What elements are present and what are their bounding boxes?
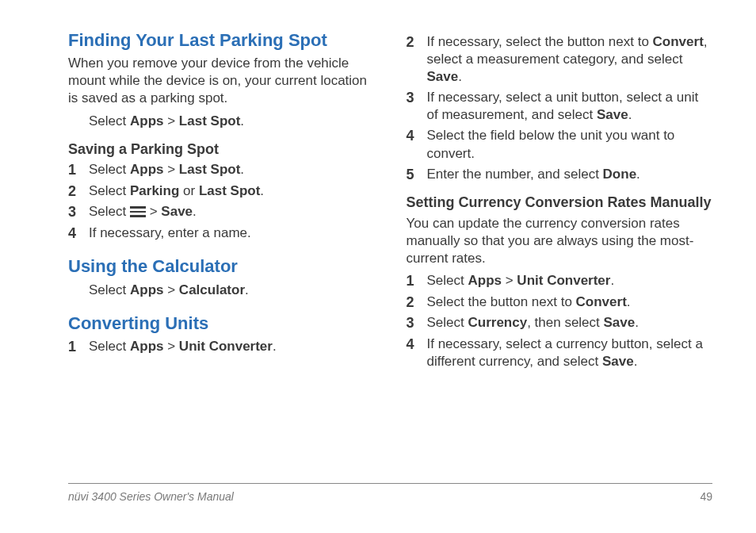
page-footer: nüvi 3400 Series Owner's Manual 49 — [68, 483, 712, 503]
text: . — [193, 204, 197, 219]
footer-title: nüvi 3400 Series Owner's Manual — [68, 490, 234, 503]
text-bold: Parking — [130, 183, 179, 198]
text: If necessary, select a unit button, sele… — [427, 90, 699, 122]
text-bold: Calculator — [179, 282, 245, 297]
cont-step: 3 If necessary, select a unit button, se… — [407, 89, 713, 124]
text: If necessary, select a currency button, … — [427, 336, 703, 369]
text: > — [502, 273, 517, 288]
step-text: Select Parking or Last Spot. — [89, 182, 375, 200]
text-bold: Apps — [130, 339, 164, 354]
step-text: Select > Save. — [89, 203, 375, 220]
step-text: Select Apps > Unit Converter. — [89, 338, 375, 355]
text: If necessary, select the button next to — [427, 34, 653, 49]
save-step: 4 If necessary, enter a name. — [68, 224, 375, 243]
step-number: 1 — [407, 272, 427, 290]
currency-intro: You can update the currency conversion r… — [407, 215, 713, 267]
text: > — [146, 204, 161, 219]
text: . — [610, 273, 614, 288]
step-number: 4 — [68, 224, 89, 243]
step-number: 1 — [68, 161, 89, 179]
page-body: Finding Your Last Parking Spot When you … — [0, 0, 756, 374]
text: , then select — [527, 315, 603, 330]
text: > — [163, 282, 178, 297]
heading-saving-spot: Saving a Parking Spot — [68, 141, 375, 159]
text: > — [163, 113, 178, 128]
step-number: 5 — [407, 166, 427, 184]
text: Select — [89, 183, 130, 198]
cont-step: 2 If necessary, select the button next t… — [407, 33, 713, 86]
heading-converting-units: Converting Units — [68, 313, 375, 333]
text: or — [179, 183, 199, 198]
text: Select — [427, 315, 468, 330]
text-bold: Apps — [130, 162, 164, 177]
currency-step: 2 Select the button next to Convert. — [407, 293, 713, 312]
text: Select — [89, 339, 130, 354]
step-number: 4 — [407, 336, 427, 354]
text: . — [636, 167, 640, 182]
parking-intro: When you remove your device from the veh… — [68, 55, 375, 107]
save-step: 3 Select > Save. — [68, 203, 375, 221]
text: . — [240, 113, 244, 128]
step-number: 3 — [407, 89, 427, 107]
text: . — [240, 162, 244, 177]
step-number: 4 — [407, 127, 427, 145]
menu-icon — [130, 206, 146, 217]
text: . — [260, 183, 264, 198]
text-bold: Unit Converter — [517, 273, 610, 288]
text: Select — [89, 204, 130, 219]
text-bold: Save — [604, 315, 636, 330]
text-bold: Convert — [653, 34, 704, 49]
text: Select — [427, 273, 468, 288]
currency-step: 3 Select Currency, then select Save. — [407, 314, 713, 332]
cont-step: 5 Enter the number, and select Done. — [407, 166, 713, 184]
calc-select-line: Select Apps > Calculator. — [68, 282, 375, 299]
text-bold: Last Spot — [179, 162, 240, 177]
parking-select-line: Select Apps > Last Spot. — [68, 113, 375, 130]
text-bold: Apps — [130, 282, 164, 297]
step-text: Select the button next to Convert. — [427, 293, 713, 311]
text: > — [163, 162, 178, 177]
save-step: 1 Select Apps > Last Spot. — [68, 161, 375, 179]
text-bold: Last Spot — [199, 183, 260, 198]
text-bold: Unit Converter — [179, 339, 273, 354]
text-bold: Save — [597, 107, 628, 122]
cont-step: 4 Select the field below the unit you wa… — [407, 127, 713, 162]
text-bold: Currency — [468, 315, 527, 330]
step-text: Select Apps > Unit Converter. — [427, 272, 713, 290]
label-last-spot: Last Spot — [179, 113, 240, 128]
text-bold: Convert — [576, 294, 627, 309]
right-column: 2 If necessary, select the button next t… — [407, 30, 713, 374]
step-text: Enter the number, and select Done. — [427, 166, 713, 183]
page-number: 49 — [700, 490, 712, 503]
step-number: 2 — [407, 33, 427, 52]
text-bold: Save — [427, 69, 459, 84]
step-number: 3 — [407, 314, 427, 332]
text-bold: Save — [161, 204, 193, 219]
convert-step: 1 Select Apps > Unit Converter. — [68, 338, 375, 356]
heading-parking: Finding Your Last Parking Spot — [68, 30, 375, 50]
heading-calculator: Using the Calculator — [68, 256, 375, 276]
step-number: 2 — [407, 293, 427, 312]
left-column: Finding Your Last Parking Spot When you … — [68, 30, 375, 374]
step-text: Select the field below the unit you want… — [427, 127, 713, 162]
heading-currency: Setting Currency Conversion Rates Manual… — [407, 194, 713, 212]
step-number: 3 — [68, 203, 89, 221]
step-number: 2 — [68, 182, 89, 201]
text: Select — [89, 162, 130, 177]
text: . — [273, 339, 277, 354]
label-apps: Apps — [130, 113, 164, 128]
text-bold: Save — [602, 354, 634, 369]
text: . — [458, 69, 462, 84]
text: . — [245, 282, 249, 297]
step-text: If necessary, enter a name. — [89, 224, 375, 242]
text: Select — [89, 113, 130, 128]
text: Enter the number, and select — [427, 167, 603, 182]
text: Select the button next to — [427, 294, 576, 309]
text-bold: Done — [603, 167, 637, 182]
step-text: Select Currency, then select Save. — [427, 314, 713, 332]
step-number: 1 — [68, 338, 89, 356]
step-text: If necessary, select a currency button, … — [427, 336, 713, 370]
currency-step: 4 If necessary, select a currency button… — [407, 336, 713, 370]
step-text: Select Apps > Last Spot. — [89, 161, 375, 178]
text: > — [163, 339, 178, 354]
